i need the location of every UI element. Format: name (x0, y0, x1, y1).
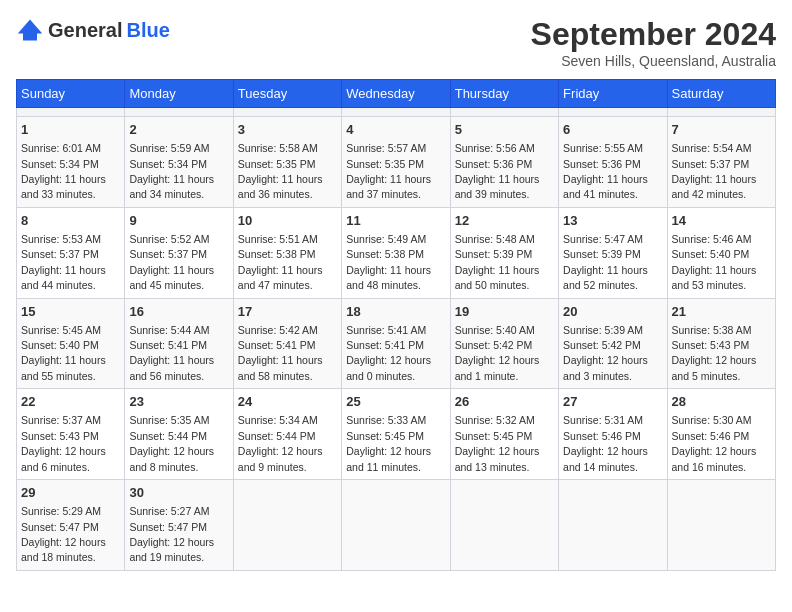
day-info: Sunrise: 6:01 AMSunset: 5:34 PMDaylight:… (21, 142, 106, 200)
day-number: 14 (672, 212, 771, 230)
day-info: Sunrise: 5:41 AMSunset: 5:41 PMDaylight:… (346, 324, 431, 382)
weekday-header-thursday: Thursday (450, 80, 558, 108)
day-number: 25 (346, 393, 445, 411)
calendar-cell: 14Sunrise: 5:46 AMSunset: 5:40 PMDayligh… (667, 207, 775, 298)
day-number: 17 (238, 303, 337, 321)
calendar-cell: 17Sunrise: 5:42 AMSunset: 5:41 PMDayligh… (233, 298, 341, 389)
week-row-5: 22Sunrise: 5:37 AMSunset: 5:43 PMDayligh… (17, 389, 776, 480)
day-number: 13 (563, 212, 662, 230)
calendar-cell: 20Sunrise: 5:39 AMSunset: 5:42 PMDayligh… (559, 298, 667, 389)
calendar-cell (342, 108, 450, 117)
day-info: Sunrise: 5:47 AMSunset: 5:39 PMDaylight:… (563, 233, 648, 291)
calendar-cell: 21Sunrise: 5:38 AMSunset: 5:43 PMDayligh… (667, 298, 775, 389)
calendar-cell (667, 480, 775, 571)
calendar-cell: 7Sunrise: 5:54 AMSunset: 5:37 PMDaylight… (667, 117, 775, 208)
calendar-cell (559, 108, 667, 117)
day-info: Sunrise: 5:53 AMSunset: 5:37 PMDaylight:… (21, 233, 106, 291)
logo-blue: Blue (126, 19, 169, 42)
day-info: Sunrise: 5:59 AMSunset: 5:34 PMDaylight:… (129, 142, 214, 200)
day-info: Sunrise: 5:27 AMSunset: 5:47 PMDaylight:… (129, 505, 214, 563)
day-number: 1 (21, 121, 120, 139)
day-number: 27 (563, 393, 662, 411)
day-number: 20 (563, 303, 662, 321)
calendar-cell (233, 108, 341, 117)
day-number: 9 (129, 212, 228, 230)
day-number: 11 (346, 212, 445, 230)
calendar-cell: 15Sunrise: 5:45 AMSunset: 5:40 PMDayligh… (17, 298, 125, 389)
calendar-cell (450, 108, 558, 117)
day-number: 18 (346, 303, 445, 321)
calendar-cell (559, 480, 667, 571)
day-info: Sunrise: 5:32 AMSunset: 5:45 PMDaylight:… (455, 414, 540, 472)
calendar-cell: 2Sunrise: 5:59 AMSunset: 5:34 PMDaylight… (125, 117, 233, 208)
logo-icon (16, 16, 44, 44)
day-info: Sunrise: 5:37 AMSunset: 5:43 PMDaylight:… (21, 414, 106, 472)
day-info: Sunrise: 5:44 AMSunset: 5:41 PMDaylight:… (129, 324, 214, 382)
day-number: 3 (238, 121, 337, 139)
day-number: 10 (238, 212, 337, 230)
weekday-header-sunday: Sunday (17, 80, 125, 108)
day-info: Sunrise: 5:58 AMSunset: 5:35 PMDaylight:… (238, 142, 323, 200)
calendar-cell: 28Sunrise: 5:30 AMSunset: 5:46 PMDayligh… (667, 389, 775, 480)
calendar-cell: 19Sunrise: 5:40 AMSunset: 5:42 PMDayligh… (450, 298, 558, 389)
calendar-cell: 16Sunrise: 5:44 AMSunset: 5:41 PMDayligh… (125, 298, 233, 389)
location: Seven Hills, Queensland, Australia (531, 53, 776, 69)
svg-marker-0 (18, 20, 43, 41)
day-number: 28 (672, 393, 771, 411)
day-info: Sunrise: 5:55 AMSunset: 5:36 PMDaylight:… (563, 142, 648, 200)
week-row-2: 1Sunrise: 6:01 AMSunset: 5:34 PMDaylight… (17, 117, 776, 208)
day-number: 19 (455, 303, 554, 321)
calendar-cell: 18Sunrise: 5:41 AMSunset: 5:41 PMDayligh… (342, 298, 450, 389)
day-info: Sunrise: 5:52 AMSunset: 5:37 PMDaylight:… (129, 233, 214, 291)
calendar-table: SundayMondayTuesdayWednesdayThursdayFrid… (16, 79, 776, 571)
day-info: Sunrise: 5:33 AMSunset: 5:45 PMDaylight:… (346, 414, 431, 472)
calendar-cell: 23Sunrise: 5:35 AMSunset: 5:44 PMDayligh… (125, 389, 233, 480)
day-info: Sunrise: 5:38 AMSunset: 5:43 PMDaylight:… (672, 324, 757, 382)
calendar-cell (667, 108, 775, 117)
week-row-3: 8Sunrise: 5:53 AMSunset: 5:37 PMDaylight… (17, 207, 776, 298)
calendar-cell: 5Sunrise: 5:56 AMSunset: 5:36 PMDaylight… (450, 117, 558, 208)
calendar-cell: 27Sunrise: 5:31 AMSunset: 5:46 PMDayligh… (559, 389, 667, 480)
day-number: 12 (455, 212, 554, 230)
day-info: Sunrise: 5:42 AMSunset: 5:41 PMDaylight:… (238, 324, 323, 382)
day-info: Sunrise: 5:40 AMSunset: 5:42 PMDaylight:… (455, 324, 540, 382)
day-info: Sunrise: 5:34 AMSunset: 5:44 PMDaylight:… (238, 414, 323, 472)
calendar-cell (125, 108, 233, 117)
day-number: 8 (21, 212, 120, 230)
day-info: Sunrise: 5:29 AMSunset: 5:47 PMDaylight:… (21, 505, 106, 563)
day-info: Sunrise: 5:30 AMSunset: 5:46 PMDaylight:… (672, 414, 757, 472)
title-section: September 2024 Seven Hills, Queensland, … (531, 16, 776, 69)
calendar-cell: 1Sunrise: 6:01 AMSunset: 5:34 PMDaylight… (17, 117, 125, 208)
calendar-cell: 29Sunrise: 5:29 AMSunset: 5:47 PMDayligh… (17, 480, 125, 571)
week-row-6: 29Sunrise: 5:29 AMSunset: 5:47 PMDayligh… (17, 480, 776, 571)
calendar-cell: 6Sunrise: 5:55 AMSunset: 5:36 PMDaylight… (559, 117, 667, 208)
week-row-4: 15Sunrise: 5:45 AMSunset: 5:40 PMDayligh… (17, 298, 776, 389)
weekday-header-saturday: Saturday (667, 80, 775, 108)
calendar-cell (342, 480, 450, 571)
calendar-cell: 26Sunrise: 5:32 AMSunset: 5:45 PMDayligh… (450, 389, 558, 480)
day-number: 4 (346, 121, 445, 139)
weekday-header-wednesday: Wednesday (342, 80, 450, 108)
day-info: Sunrise: 5:51 AMSunset: 5:38 PMDaylight:… (238, 233, 323, 291)
day-number: 26 (455, 393, 554, 411)
logo: GeneralBlue (16, 16, 170, 44)
day-number: 21 (672, 303, 771, 321)
month-title: September 2024 (531, 16, 776, 53)
calendar-cell: 30Sunrise: 5:27 AMSunset: 5:47 PMDayligh… (125, 480, 233, 571)
day-number: 15 (21, 303, 120, 321)
calendar-cell: 13Sunrise: 5:47 AMSunset: 5:39 PMDayligh… (559, 207, 667, 298)
calendar-cell: 9Sunrise: 5:52 AMSunset: 5:37 PMDaylight… (125, 207, 233, 298)
page-header: GeneralBlue September 2024 Seven Hills, … (16, 16, 776, 69)
day-number: 24 (238, 393, 337, 411)
calendar-cell: 25Sunrise: 5:33 AMSunset: 5:45 PMDayligh… (342, 389, 450, 480)
calendar-cell: 22Sunrise: 5:37 AMSunset: 5:43 PMDayligh… (17, 389, 125, 480)
day-info: Sunrise: 5:35 AMSunset: 5:44 PMDaylight:… (129, 414, 214, 472)
day-info: Sunrise: 5:49 AMSunset: 5:38 PMDaylight:… (346, 233, 431, 291)
day-number: 5 (455, 121, 554, 139)
day-number: 2 (129, 121, 228, 139)
weekday-header-monday: Monday (125, 80, 233, 108)
day-info: Sunrise: 5:46 AMSunset: 5:40 PMDaylight:… (672, 233, 757, 291)
calendar-cell: 11Sunrise: 5:49 AMSunset: 5:38 PMDayligh… (342, 207, 450, 298)
day-number: 16 (129, 303, 228, 321)
calendar-cell: 10Sunrise: 5:51 AMSunset: 5:38 PMDayligh… (233, 207, 341, 298)
